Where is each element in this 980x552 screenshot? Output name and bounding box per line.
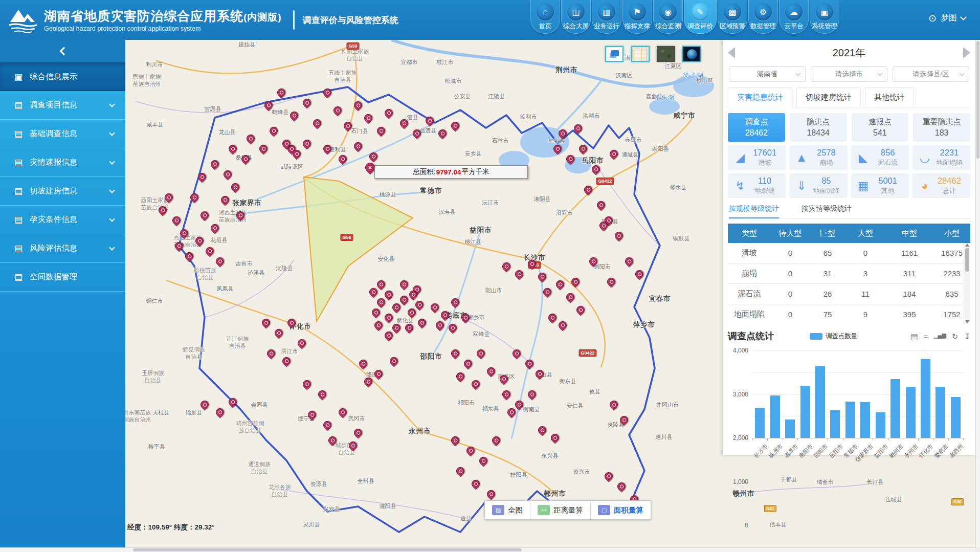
subsystem-title: 调查评价与风险管控系统 bbox=[303, 14, 398, 26]
subtab-按灾情等级统计[interactable]: 按灾情等级统计 bbox=[801, 204, 852, 218]
chart-bar[interactable] bbox=[860, 402, 870, 438]
chart-bar[interactable] bbox=[876, 412, 885, 438]
hazard-stat-崩塌[interactable]: ▲2578崩塌 bbox=[789, 145, 847, 170]
stat-box-调查点[interactable]: 调查点28462 bbox=[728, 113, 785, 142]
region-select-0[interactable]: 湖南省 bbox=[729, 67, 806, 82]
hazard-stat-泥石流[interactable]: ◣856泥石流 bbox=[851, 145, 909, 170]
horizontal-scrollbar-thumb[interactable] bbox=[133, 548, 522, 551]
map-tool-距离量算[interactable]: •–•距离量算 bbox=[530, 501, 591, 519]
tooltip-suffix: 平方千米 bbox=[462, 167, 489, 176]
chart-bar[interactable] bbox=[800, 386, 810, 438]
table-row[interactable]: 滑坡0650116116375 bbox=[728, 243, 970, 263]
sidebar-item-label: 灾情速报信息 bbox=[30, 157, 77, 168]
tab-切坡建房统计[interactable]: 切坡建房统计 bbox=[796, 87, 861, 107]
sidebar-item-切坡建房信息[interactable]: ▤切坡建房信息 bbox=[0, 177, 125, 206]
refresh-icon[interactable]: ↻ bbox=[952, 333, 959, 340]
next-year-button[interactable] bbox=[963, 47, 970, 58]
y-axis-tick-label: 2,000 bbox=[733, 434, 748, 441]
hazard-stat-其他[interactable]: ▦5001其他 bbox=[851, 173, 909, 198]
chart-bar[interactable] bbox=[770, 395, 780, 438]
chart-bar[interactable] bbox=[815, 366, 825, 438]
tab-其他统计[interactable]: 其他统计 bbox=[865, 87, 914, 107]
download-icon[interactable]: ↧ bbox=[964, 333, 970, 340]
stat-value: 28462 bbox=[745, 128, 768, 138]
street-basemap-thumb[interactable] bbox=[631, 46, 650, 62]
previous-year-button[interactable] bbox=[728, 47, 735, 58]
nav-item-业务运行[interactable]: ▥业务运行 bbox=[592, 0, 621, 34]
bar-chart-icon[interactable]: ▁▄▆ bbox=[933, 333, 946, 340]
horizontal-scrollbar[interactable] bbox=[0, 547, 975, 552]
chart-legend[interactable]: 调查点数量 bbox=[810, 332, 858, 341]
table-icon: ▤ bbox=[13, 100, 24, 111]
stat-box-隐患点[interactable]: 隐患点18434 bbox=[790, 113, 847, 142]
landslide-icon: ◢ bbox=[732, 151, 748, 165]
app-title: 湖南省地质灾害防治综合应用系统(内测版) bbox=[44, 8, 282, 25]
data-view-icon[interactable]: ▤ bbox=[911, 333, 918, 340]
chart-bar[interactable] bbox=[906, 387, 916, 438]
sidebar-item-风险评估信息[interactable]: ▤风险评估信息 bbox=[0, 234, 125, 263]
nav-item-数据管理[interactable]: ⚙数据管理 bbox=[748, 0, 778, 34]
app-title-block: 湖南省地质灾害防治综合应用系统(内测版) Geological hazard p… bbox=[44, 8, 282, 32]
nav-item-指挥支撑[interactable]: ⚑指挥支撑 bbox=[622, 0, 652, 34]
chart-bar[interactable] bbox=[830, 410, 840, 438]
x-axis-category-label: 衡阳市 bbox=[797, 443, 815, 460]
nav-item-首页[interactable]: ⌂首页 bbox=[530, 0, 560, 34]
nav-item-区域预警[interactable]: ▩区域预警 bbox=[718, 0, 747, 34]
nav-item-云平台[interactable]: ☁云平台 bbox=[779, 0, 809, 34]
table-header-cell: 中型 bbox=[885, 229, 933, 238]
nav-item-综合监测[interactable]: ◉综合监测 bbox=[653, 0, 683, 34]
sidebar-item-基础调查信息[interactable]: ▤基础调查信息 bbox=[0, 120, 125, 148]
stat-box-重要隐患点[interactable]: 重要隐患点183 bbox=[913, 113, 970, 142]
stat-box-速报点[interactable]: 速报点541 bbox=[852, 113, 909, 142]
sidebar-item-label: 空间数据管理 bbox=[30, 272, 77, 282]
chart-bar[interactable] bbox=[890, 379, 900, 438]
layer-switcher-icon[interactable] bbox=[605, 46, 623, 62]
chart-bar[interactable] bbox=[936, 387, 945, 438]
x-axis-tick bbox=[767, 438, 768, 440]
nav-item-综合大屏[interactable]: ◫综合大屏 bbox=[561, 0, 591, 34]
globe-basemap-thumb[interactable] bbox=[682, 46, 701, 62]
chart-bar[interactable] bbox=[785, 419, 795, 438]
business-icon: ▥ bbox=[598, 3, 615, 20]
sidebar-collapse-button[interactable] bbox=[0, 40, 125, 62]
hazard-stat-总计[interactable]: ◕28462总计 bbox=[912, 173, 970, 198]
chart-bar[interactable] bbox=[845, 402, 855, 438]
chart-bar[interactable] bbox=[951, 397, 961, 438]
nav-item-调查评价[interactable]: ✎调查评价 bbox=[684, 0, 717, 34]
vertical-scrollbar-thumb[interactable] bbox=[976, 41, 979, 159]
map-tool-面积量算[interactable]: ▢面积量算 bbox=[591, 501, 651, 519]
region-select-2[interactable]: 请选择县/区 bbox=[893, 67, 969, 82]
table-row[interactable]: 地面塌陷07593951752 bbox=[728, 304, 970, 324]
table-scrollbar[interactable] bbox=[964, 243, 970, 324]
chart-bar[interactable] bbox=[755, 408, 765, 438]
table-row[interactable]: 泥石流02611184635 bbox=[728, 284, 970, 304]
map-tool-全图[interactable]: ▨全图 bbox=[485, 501, 530, 519]
satellite-basemap-thumb[interactable] bbox=[657, 46, 675, 62]
sidebar-item-空间数据管理[interactable]: ▤空间数据管理 bbox=[0, 263, 125, 292]
hazard-stat-地裂缝[interactable]: ↯110地裂缝 bbox=[728, 173, 786, 198]
tab-灾害隐患统计[interactable]: 灾害隐患统计 bbox=[728, 87, 792, 107]
sidebar-item-综合信息展示[interactable]: ▣综合信息展示 bbox=[0, 62, 125, 91]
hazard-stat-地面沉降[interactable]: ⇓85地面沉降 bbox=[789, 173, 847, 198]
user-menu[interactable]: ⊙ 梦图 bbox=[928, 12, 966, 24]
table-cell: 0 bbox=[771, 310, 810, 319]
line-chart-icon[interactable]: ≈ bbox=[924, 333, 928, 340]
vertical-scrollbar[interactable] bbox=[975, 40, 980, 547]
table-row[interactable]: 崩塌03133112233 bbox=[728, 263, 970, 284]
hazard-stat-地面塌陷[interactable]: ◡2231地面塌陷 bbox=[912, 145, 970, 170]
x-axis-category-label: 湘潭市 bbox=[782, 443, 799, 460]
chart-bar[interactable] bbox=[921, 359, 930, 438]
sidebar-menu: ▣综合信息展示▤调查项目信息▤基础调查信息▤灾情速报信息▤切坡建房信息▤孕灾条件… bbox=[0, 62, 125, 292]
table-cell: 滑坡 bbox=[728, 248, 771, 258]
nav-item-系统管理[interactable]: ▣系统管理 bbox=[810, 0, 839, 34]
chevron-down-icon bbox=[109, 159, 115, 164]
subtab-按规模等级统计[interactable]: 按规模等级统计 bbox=[729, 204, 779, 218]
hazard-stat-滑坡[interactable]: ◢17601滑坡 bbox=[728, 145, 786, 170]
sidebar-item-孕灾条件信息[interactable]: ▤孕灾条件信息 bbox=[0, 206, 125, 234]
sidebar-item-灾情速报信息[interactable]: ▤灾情速报信息 bbox=[0, 148, 125, 177]
hazard-stat-label: 地面沉降 bbox=[813, 186, 839, 195]
app-title-text: 湖南省地质灾害防治综合应用系统 bbox=[44, 9, 243, 23]
region-select-1[interactable]: 请选择市 bbox=[811, 67, 887, 82]
x-axis-category-label: 怀化市 bbox=[918, 443, 935, 460]
sidebar-item-调查项目信息[interactable]: ▤调查项目信息 bbox=[0, 91, 125, 120]
